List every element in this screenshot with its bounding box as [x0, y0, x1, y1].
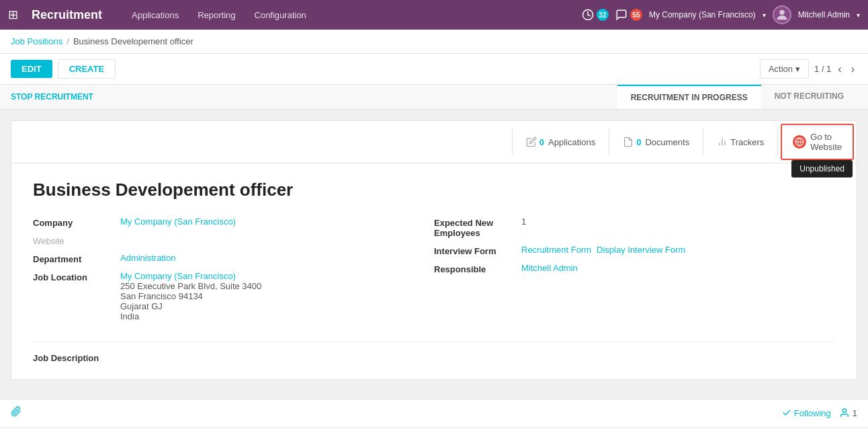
action-dropdown-icon: ▾ — [795, 64, 800, 74]
interview-form-link2[interactable]: Display Interview Form — [597, 245, 685, 255]
interview-form-field: Interview Form Recruitment Form Display … — [434, 245, 835, 256]
fields-right: Expected NewEmployees 1 Interview Form R… — [434, 217, 835, 328]
following-button[interactable]: Following — [782, 408, 831, 418]
applications-tab-label: Applications — [548, 137, 595, 147]
expected-employees-field: Expected NewEmployees 1 — [434, 217, 835, 238]
action-label: Action — [769, 64, 793, 74]
company-label: Company — [33, 217, 120, 228]
address-line-1: 250 Executive Park Blvd, Suite 3400 — [120, 281, 261, 291]
create-button[interactable]: CREATE — [58, 59, 116, 79]
globe-icon — [793, 135, 806, 149]
chat-badge[interactable]: 55 — [615, 9, 642, 21]
nav-applications[interactable]: Applications — [124, 6, 187, 24]
nav-right: 32 55 My Company (San Francisco) ▾ Mitch… — [582, 5, 860, 24]
document-icon — [623, 136, 634, 147]
footer-left — [11, 406, 21, 420]
card-tabs: 0 Applications 0 Documents Trackers — [11, 121, 857, 163]
pagination-next[interactable]: › — [849, 63, 857, 75]
address-line-2: San Francisco 94134 — [120, 291, 261, 301]
chart-icon — [717, 136, 728, 147]
job-description-label: Job Description — [33, 342, 835, 363]
followers-number: 1 — [853, 408, 857, 418]
following-label: Following — [794, 408, 831, 418]
interview-form-link1[interactable]: Recruitment Form — [521, 245, 591, 255]
tab-documents[interactable]: 0 Documents — [609, 128, 703, 155]
breadcrumb: Job Positions / Business Developement of… — [0, 30, 868, 54]
company-selector[interactable]: My Company (San Francisco) — [649, 10, 756, 20]
job-position-card: 0 Applications 0 Documents Trackers — [11, 120, 857, 380]
interview-form-label: Interview Form — [434, 245, 521, 256]
action-button[interactable]: Action ▾ — [760, 59, 809, 79]
pagination-info: 1 / 1 — [814, 64, 831, 74]
tab-recruitment-in-progress[interactable]: RECRUITMENT IN PROGRESS — [617, 85, 761, 109]
unpublished-tooltip: Unpublished — [791, 160, 853, 178]
nav-links: Applications Reporting Configuration — [124, 6, 571, 24]
job-title: Business Developement officer — [33, 180, 835, 200]
attachment-icon[interactable] — [11, 406, 21, 420]
company-dropdown-icon[interactable]: ▾ — [763, 11, 766, 19]
clock-icon — [582, 9, 594, 21]
brand-name[interactable]: Recruitment — [32, 8, 102, 22]
clock-badge[interactable]: 32 — [582, 9, 609, 21]
user-name[interactable]: Mitchell Admin — [798, 10, 850, 20]
job-location-value: My Company (San Francisco) 250 Executive… — [120, 271, 261, 321]
tab-trackers[interactable]: Trackers — [703, 128, 778, 155]
expected-employees-value: 1 — [521, 217, 526, 227]
chat-count: 55 — [630, 9, 642, 21]
documents-tab-label: Documents — [645, 137, 689, 147]
responsible-value[interactable]: Mitchell Admin — [521, 263, 578, 273]
pagination-prev[interactable]: ‹ — [835, 63, 844, 75]
address-line-3: Gujarat GJ — [120, 301, 261, 311]
pencil-icon — [526, 136, 537, 147]
status-tabs: RECRUITMENT IN PROGRESS NOT RECRUITING — [617, 85, 857, 109]
user-avatar-icon — [775, 7, 789, 22]
user-dropdown-icon[interactable]: ▾ — [857, 11, 860, 19]
grid-icon[interactable]: ⊞ — [8, 7, 18, 22]
job-location-link[interactable]: My Company (San Francisco) — [120, 271, 261, 281]
address-line-4: India — [120, 311, 261, 321]
toolbar: EDIT CREATE Action ▾ 1 / 1 ‹ › — [0, 54, 868, 85]
chat-icon — [615, 9, 627, 21]
job-location-label: Job Location — [33, 271, 120, 282]
job-location-field: Job Location My Company (San Francisco) … — [33, 271, 434, 321]
followers-count: 1 — [839, 407, 857, 418]
pagination: 1 / 1 ‹ › — [814, 63, 857, 75]
fields-grid: Company My Company (San Francisco) Websi… — [33, 217, 835, 328]
clock-count: 32 — [597, 9, 609, 21]
tab-applications[interactable]: 0 Applications — [512, 128, 609, 155]
breadcrumb-parent[interactable]: Job Positions — [11, 36, 62, 46]
company-value[interactable]: My Company (San Francisco) — [120, 217, 236, 227]
stop-recruitment-button[interactable]: STOP RECRUITMENT — [11, 85, 93, 108]
responsible-label: Responsible — [434, 263, 521, 274]
check-icon — [782, 408, 791, 418]
department-label: Department — [33, 253, 120, 264]
responsible-field: Responsible Mitchell Admin — [434, 263, 835, 274]
card-body: Business Developement officer Company My… — [11, 163, 857, 379]
website-field: Website — [33, 235, 434, 246]
edit-button[interactable]: EDIT — [11, 60, 52, 78]
paperclip-svg — [11, 406, 21, 417]
avatar[interactable] — [773, 5, 791, 24]
fields-left: Company My Company (San Francisco) Websi… — [33, 217, 434, 328]
trackers-tab-label: Trackers — [730, 137, 764, 147]
breadcrumb-current: Business Developement officer — [73, 36, 193, 46]
go-to-website-button[interactable]: Go toWebsite Unpublished — [781, 124, 854, 160]
top-navigation: ⊞ Recruitment Applications Reporting Con… — [0, 0, 868, 30]
nav-reporting[interactable]: Reporting — [189, 6, 243, 24]
breadcrumb-separator: / — [67, 36, 69, 46]
svg-point-1 — [779, 10, 784, 15]
department-field: Department Administration — [33, 253, 434, 264]
status-bar: STOP RECRUITMENT RECRUITMENT IN PROGRESS… — [0, 85, 868, 110]
footer: Following 1 — [0, 399, 868, 426]
main-content: 0 Applications 0 Documents Trackers — [0, 110, 868, 399]
tab-not-recruiting[interactable]: NOT RECRUITING — [761, 85, 857, 109]
department-value[interactable]: Administration — [120, 253, 175, 263]
expected-employees-label: Expected NewEmployees — [434, 217, 521, 238]
globe-svg — [795, 137, 804, 147]
website-label: Website — [33, 235, 120, 246]
svg-point-7 — [842, 409, 846, 412]
nav-configuration[interactable]: Configuration — [247, 6, 314, 24]
website-tab-label: Go toWebsite — [810, 132, 842, 152]
footer-right: Following 1 — [782, 407, 857, 418]
company-field: Company My Company (San Francisco) — [33, 217, 434, 228]
